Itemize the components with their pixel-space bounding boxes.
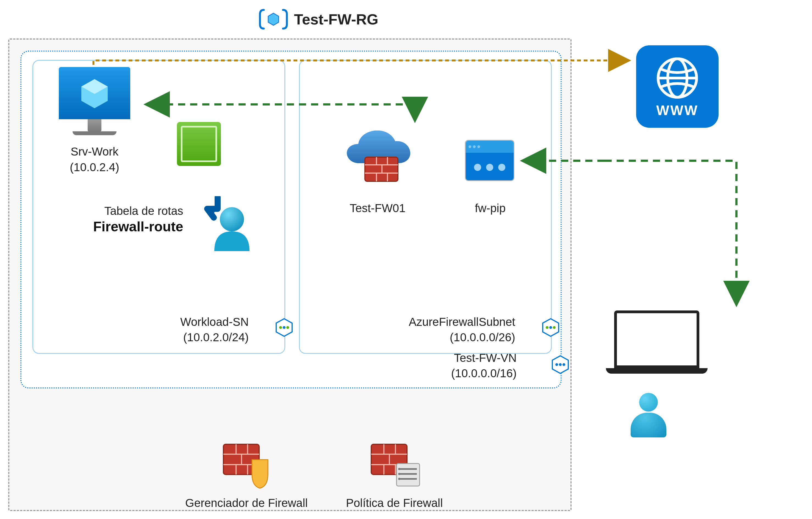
vnet-label-block: Test-FW-VN (10.0.0.0/16) — [451, 350, 517, 381]
vm-name: Srv-Work — [56, 144, 133, 160]
vnet-peering-icon — [551, 355, 570, 374]
svg-point-47 — [398, 478, 400, 480]
vm-ip: (10.0.2.4) — [56, 160, 133, 175]
svg-point-6 — [279, 326, 282, 329]
svg-point-46 — [398, 473, 400, 475]
svg-point-4 — [562, 363, 565, 366]
public-ip-icon — [465, 140, 514, 181]
svg-marker-0 — [268, 13, 279, 25]
subnet-workload-name: Workload-SN — [180, 314, 249, 330]
svg-point-12 — [553, 326, 556, 329]
internet-label: WWW — [656, 103, 698, 118]
resource-group-box: Test-FW-VN (10.0.0.0/16) Workload-SN (10… — [8, 38, 572, 511]
firewall-manager-icon — [185, 442, 308, 490]
network-interface-icon — [177, 122, 221, 166]
svg-point-8 — [286, 326, 289, 329]
firewall-policy-icon — [346, 442, 443, 490]
arrow-laptop-to-pip — [605, 161, 736, 305]
resource-group-name: Test-FW-RG — [294, 11, 378, 28]
external-user-icon — [631, 393, 666, 437]
resource-group-icon — [258, 8, 289, 30]
firewall-policy-label: Política de Firewall — [346, 496, 443, 510]
azure-firewall-icon — [339, 119, 416, 192]
firewall-manager-block: Gerenciador de Firewall — [185, 442, 308, 510]
route-table-heading: Tabela de rotas — [93, 204, 183, 218]
svg-point-2 — [555, 363, 558, 366]
subnet-firewall-name: AzureFirewallSubnet — [409, 314, 515, 330]
subnet-workload-label-block: Workload-SN (10.0.2.0/24) — [180, 314, 249, 345]
svg-point-7 — [283, 326, 286, 329]
firewall-manager-label: Gerenciador de Firewall — [185, 496, 308, 510]
resource-group-title: Test-FW-RG — [258, 8, 378, 30]
firewall-policy-block: Política de Firewall — [346, 442, 443, 510]
virtual-machine-icon — [59, 67, 130, 135]
firewall-name: Test-FW01 — [342, 202, 413, 215]
vm-label-block: Srv-Work (10.0.2.4) — [56, 144, 133, 175]
public-ip-name: fw-pip — [463, 202, 518, 215]
vnet-cidr: (10.0.0.0/16) — [451, 366, 517, 381]
subnet-firewall-cidr: (10.0.0.0/26) — [409, 330, 515, 345]
internet-globe-icon: WWW — [636, 45, 719, 128]
route-table-label-block: Tabela de rotas Firewall-route — [93, 204, 183, 235]
svg-point-3 — [559, 363, 562, 366]
route-table-icon — [202, 196, 251, 252]
subnet-peering-icon — [541, 318, 560, 337]
subnet-firewall-label-block: AzureFirewallSubnet (10.0.0.0/26) — [409, 314, 515, 345]
svg-point-11 — [549, 326, 552, 329]
svg-point-45 — [398, 468, 400, 470]
svg-point-10 — [546, 326, 549, 329]
svg-point-16 — [220, 207, 244, 231]
laptop-icon — [614, 311, 699, 374]
subnet-peering-icon — [274, 318, 294, 337]
route-table-name: Firewall-route — [93, 219, 183, 235]
subnet-workload-cidr: (10.0.2.0/24) — [180, 330, 249, 345]
